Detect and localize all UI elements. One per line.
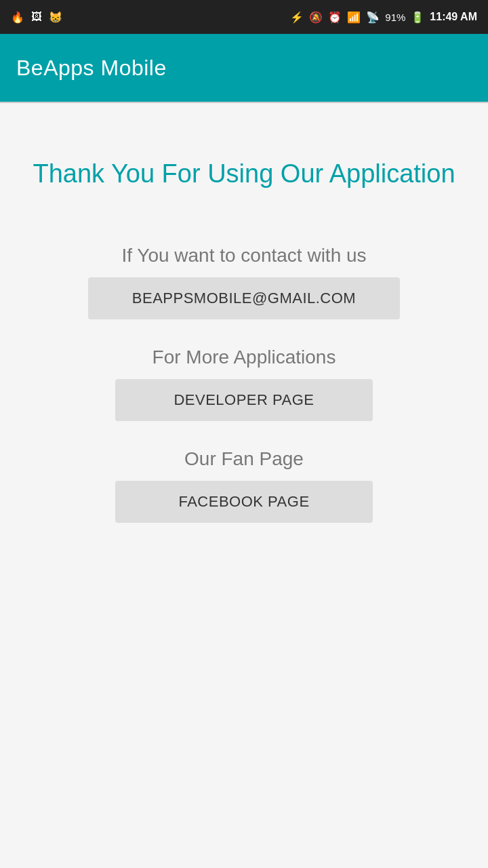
image-icon: 🖼	[31, 11, 42, 23]
signal-icon: 📡	[366, 11, 380, 24]
battery-icon: 🔋	[411, 11, 424, 24]
robot-icon: 😸	[49, 11, 62, 24]
time-display: 11:49 AM	[430, 11, 477, 23]
alarm-icon: ⏰	[328, 11, 342, 24]
main-content: Thank You For Using Our Application If Y…	[0, 103, 488, 868]
battery-percent: 91%	[385, 12, 405, 23]
fan-page-label: Our Fan Page	[184, 448, 304, 470]
mute-icon: 🔕	[309, 11, 323, 24]
contact-label: If You want to contact with us	[121, 245, 366, 267]
contact-section: If You want to contact with us BEAPPSMOB…	[0, 245, 488, 523]
more-apps-label: For More Applications	[152, 347, 336, 368]
bluetooth-icon: ⚡	[290, 11, 304, 24]
app-title: BeApps Mobile	[16, 56, 167, 81]
wifi-icon: 📶	[347, 11, 361, 24]
email-button[interactable]: BEAPPSMOBILE@GMAIL.COM	[88, 277, 400, 319]
thank-you-heading: Thank You For Using Our Application	[5, 157, 482, 191]
app-bar: BeApps Mobile	[0, 34, 488, 102]
facebook-page-button[interactable]: FACEBOOK PAGE	[115, 481, 373, 523]
status-bar: 🔥 🖼 😸 ⚡ 🔕 ⏰ 📶 📡 91% 🔋 11:49 AM	[0, 0, 488, 34]
fire-icon: 🔥	[11, 11, 24, 24]
status-right-info: ⚡ 🔕 ⏰ 📶 📡 91% 🔋 11:49 AM	[290, 11, 477, 24]
status-left-icons: 🔥 🖼 😸	[11, 11, 62, 24]
developer-page-button[interactable]: DEVELOPER PAGE	[115, 379, 373, 421]
